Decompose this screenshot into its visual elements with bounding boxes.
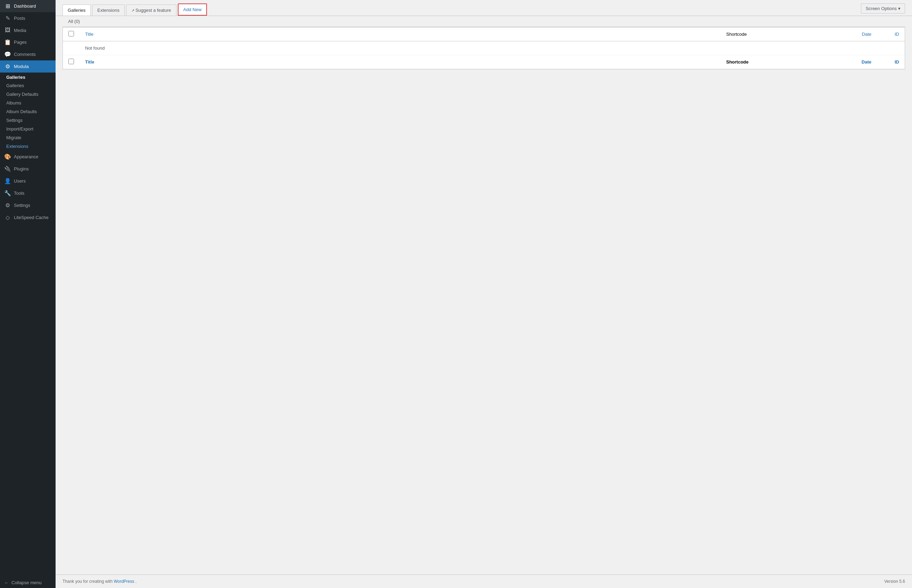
sidebar-item-label: Posts: [14, 16, 25, 21]
collapse-menu-button[interactable]: ← Collapse menu: [0, 577, 55, 588]
submenu-import-export[interactable]: Import/Export: [0, 124, 55, 133]
select-all-checkbox[interactable]: [68, 31, 74, 36]
galleries-table-container: Title Shortcode Date ID: [63, 27, 905, 69]
footer-shortcode-cell: Shortcode: [721, 55, 825, 69]
footer-date-link[interactable]: Date: [862, 59, 872, 65]
header-title-cell: Title: [79, 27, 721, 41]
footer-version: Version 5.6: [884, 579, 905, 584]
sidebar-item-label: Tools: [14, 191, 24, 196]
sidebar-item-label: Appearance: [14, 154, 38, 159]
footer-period: .: [136, 579, 136, 584]
sidebar-item-pages[interactable]: 📋 Pages: [0, 36, 55, 48]
dashboard-icon: ⊞: [4, 3, 11, 10]
submenu-galleries[interactable]: Galleries: [0, 81, 55, 90]
sidebar-item-settings[interactable]: ⚙ Settings: [0, 199, 55, 212]
table-row-not-found: Not found: [63, 41, 905, 55]
submenu-albums[interactable]: Albums: [0, 99, 55, 107]
header-shortcode-label: Shortcode: [726, 32, 747, 37]
sidebar-item-appearance[interactable]: 🎨 Appearance: [0, 151, 55, 163]
header-shortcode-cell: Shortcode: [721, 27, 825, 41]
submenu-gallery-defaults[interactable]: Gallery Defaults: [0, 90, 55, 99]
screen-options-button[interactable]: Screen Options ▾: [861, 3, 905, 13]
sidebar-item-label: Plugins: [14, 166, 29, 171]
tabs: Galleries Extensions ↗Suggest a feature …: [63, 3, 209, 16]
submenu-section-title: Galleries: [0, 73, 55, 81]
tab-galleries[interactable]: Galleries: [63, 5, 91, 16]
header-id-link[interactable]: ID: [895, 32, 899, 37]
sidebar-item-label: Settings: [14, 203, 30, 208]
tab-extensions-label: Extensions: [97, 8, 120, 13]
sidebar-item-users[interactable]: 👤 Users: [0, 175, 55, 187]
header-date-link[interactable]: Date: [862, 32, 872, 37]
plugins-icon: 🔌: [4, 166, 11, 172]
sidebar-item-label: Pages: [14, 40, 27, 45]
settings-icon: ⚙: [4, 202, 11, 208]
header-date-cell: Date: [825, 27, 877, 41]
sidebar-item-label: Dashboard: [14, 3, 36, 9]
sidebar-item-label: Modula: [14, 64, 29, 69]
filter-all-label[interactable]: All: [68, 19, 73, 24]
screen-options-label: Screen Options: [865, 6, 897, 11]
not-found-cell: Not found: [79, 41, 905, 55]
header-title-link[interactable]: Title: [85, 32, 94, 37]
sidebar-item-label: Users: [14, 178, 26, 184]
topbar: Galleries Extensions ↗Suggest a feature …: [55, 0, 912, 16]
not-found-checkbox: [63, 41, 79, 55]
appearance-icon: 🎨: [4, 153, 11, 160]
sidebar-item-label: Comments: [14, 52, 36, 57]
pages-icon: 📋: [4, 39, 11, 45]
sidebar-item-modula[interactable]: ⚙ Modula: [0, 60, 55, 73]
comments-icon: 💬: [4, 51, 11, 58]
footer-shortcode-label: Shortcode: [726, 59, 749, 65]
users-icon: 👤: [4, 178, 11, 184]
footer-left: Thank you for creating with WordPress .: [63, 579, 136, 584]
page-footer: Thank you for creating with WordPress . …: [55, 575, 912, 588]
sidebar-item-comments[interactable]: 💬 Comments: [0, 48, 55, 60]
sidebar-item-label: LiteSpeed Cache: [14, 215, 49, 220]
filter-bar: All (0): [63, 16, 905, 27]
main-content: Galleries Extensions ↗Suggest a feature …: [55, 0, 912, 588]
screen-options-chevron: ▾: [898, 6, 901, 11]
collapse-label: Collapse menu: [11, 580, 42, 585]
sidebar-item-label: Media: [14, 28, 26, 33]
litespeed-icon: ◇: [4, 214, 11, 221]
footer-thank-you-text: Thank you for creating with: [63, 579, 113, 584]
footer-wordpress-link[interactable]: WordPress: [113, 579, 134, 584]
tab-galleries-label: Galleries: [68, 8, 86, 13]
collapse-icon: ←: [4, 580, 9, 585]
submenu-settings[interactable]: Settings: [0, 116, 55, 124]
sidebar-item-dashboard[interactable]: ⊞ Dashboard: [0, 0, 55, 12]
sidebar-item-litespeed[interactable]: ◇ LiteSpeed Cache: [0, 212, 55, 223]
sidebar-item-posts[interactable]: ✎ Posts: [0, 12, 55, 24]
external-link-icon: ↗: [131, 8, 134, 13]
table-header-row: Title Shortcode Date ID: [63, 27, 905, 41]
submenu-album-defaults[interactable]: Album Defaults: [0, 107, 55, 116]
submenu-migrate[interactable]: Migrate: [0, 133, 55, 142]
footer-date-cell: Date: [825, 55, 877, 69]
modula-icon: ⚙: [4, 63, 11, 70]
filter-count: (0): [74, 19, 80, 24]
footer-id-link[interactable]: ID: [895, 59, 899, 65]
tab-add-new[interactable]: Add New: [178, 3, 207, 16]
tools-icon: 🔧: [4, 190, 11, 197]
footer-title-link[interactable]: Title: [85, 59, 94, 65]
header-checkbox-cell: [63, 27, 79, 41]
tab-add-new-label: Add New: [183, 7, 202, 12]
header-id-cell: ID: [877, 27, 905, 41]
modula-submenu: Galleries Galleries Gallery Defaults Alb…: [0, 73, 55, 151]
tab-suggest-label: Suggest a feature: [136, 8, 171, 13]
footer-title-cell: Title: [79, 55, 721, 69]
tab-suggest[interactable]: ↗Suggest a feature: [126, 5, 176, 16]
galleries-table: Title Shortcode Date ID: [63, 27, 905, 69]
sidebar-item-tools[interactable]: 🔧 Tools: [0, 187, 55, 199]
submenu-extensions[interactable]: Extensions: [0, 142, 55, 151]
media-icon: 🖼: [4, 27, 11, 33]
sidebar-item-media[interactable]: 🖼 Media: [0, 24, 55, 36]
posts-icon: ✎: [4, 15, 11, 21]
sidebar-item-plugins[interactable]: 🔌 Plugins: [0, 163, 55, 175]
select-all-checkbox-footer[interactable]: [68, 59, 74, 64]
tab-extensions[interactable]: Extensions: [92, 5, 125, 16]
sidebar: ⊞ Dashboard ✎ Posts 🖼 Media 📋 Pages 💬 Co…: [0, 0, 55, 588]
content-area: All (0) Title Shortcode: [55, 16, 912, 575]
footer-id-cell: ID: [877, 55, 905, 69]
